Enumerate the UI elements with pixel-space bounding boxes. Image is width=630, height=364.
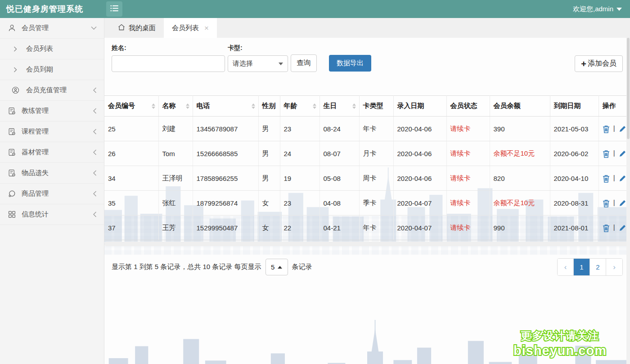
column-header-expire-date[interactable]: 到期日期 xyxy=(550,96,598,117)
search-button[interactable]: 查询 xyxy=(291,54,317,72)
table-row: 35 张红 18799256874 女 23 04-08 季卡 2020-04-… xyxy=(104,191,630,216)
globe-icon xyxy=(7,190,16,198)
column-header-name[interactable]: 名称 xyxy=(158,96,193,117)
add-member-button[interactable]: + 添加会员 xyxy=(575,55,623,72)
search-toolbar: 姓名: 卡型: 请选择 查询 数据导出 + 添加会员 xyxy=(104,38,630,72)
column-header-id[interactable]: 会员编号 xyxy=(104,96,158,117)
divider: | xyxy=(613,174,615,181)
scrollbar-thumb[interactable] xyxy=(627,38,630,139)
delete-icon[interactable] xyxy=(603,150,610,158)
cell-phone: 15299950487 xyxy=(193,216,258,240)
cell-phone: 18799256874 xyxy=(193,191,258,216)
card-type-select[interactable]: 请选择 xyxy=(228,55,288,72)
cell-balance: 余额不足10元 xyxy=(490,191,550,216)
sidebar-item-member-management[interactable]: 会员管理 xyxy=(0,18,104,39)
tab-my-desktop[interactable]: 我的桌面 xyxy=(110,18,164,38)
column-header-birthday[interactable]: 生日 xyxy=(320,96,359,117)
edit-icon[interactable] xyxy=(619,175,626,182)
page-button-2[interactable]: 2 xyxy=(590,259,606,275)
sidebar-item-member-expire[interactable]: 会员到期 xyxy=(0,59,104,80)
chevron-down-icon xyxy=(279,63,283,65)
sidebar-item-member-list[interactable]: 会员列表 xyxy=(0,39,104,59)
vertical-scrollbar[interactable] xyxy=(626,38,630,364)
cell-expire-date: 2020-04-10 xyxy=(550,166,598,191)
sidebar-item-label: 商品管理 xyxy=(22,189,49,198)
cell-expire-date: 2020-08-31 xyxy=(550,191,598,216)
cell-name: 张红 xyxy=(158,191,193,216)
sidebar-item-label: 教练管理 xyxy=(22,107,49,115)
tab-member-list[interactable]: 会员列表 × xyxy=(164,18,217,38)
tab-bar: 我的桌面 会员列表 × xyxy=(104,18,630,38)
watermark-line: bisheyun.com xyxy=(513,342,607,359)
sidebar-item-member-recharge[interactable]: 会员充值管理 xyxy=(0,80,104,101)
user-menu[interactable]: 欢迎您,admin xyxy=(573,5,630,13)
card-type-label: 卡型: xyxy=(228,44,288,52)
record-summary: 显示第 1 到第 5 条记录，总共 10 条记录 每页显示 5 条记录 xyxy=(112,259,312,275)
cell-age: 19 xyxy=(280,166,320,191)
cell-gender: 女 xyxy=(258,216,280,240)
column-header-actions[interactable]: 操作 xyxy=(598,96,630,117)
sidebar-item-label: 课程管理 xyxy=(22,127,49,136)
sidebar-item-label: 器材管理 xyxy=(22,148,49,157)
table-header-row: 会员编号 名称 电话 性别 年龄 生日 卡类型 录入日期 会员状态 会员余额 到 xyxy=(104,96,630,117)
table-row: 25 刘建 13456789087 男 23 08-24 年卡 2020-04-… xyxy=(104,117,630,141)
document-icon xyxy=(7,148,16,156)
close-icon[interactable]: × xyxy=(204,24,209,32)
edit-icon[interactable] xyxy=(619,125,626,133)
delete-icon[interactable] xyxy=(603,125,610,133)
app-title: 悦已健身房管理系统 xyxy=(0,4,104,14)
sidebar-item-coach-management[interactable]: 教练管理 xyxy=(0,101,104,121)
next-page-button[interactable]: › xyxy=(606,259,622,275)
sidebar-item-goods-management[interactable]: 商品管理 xyxy=(0,184,104,204)
chevron-left-icon xyxy=(93,211,97,217)
page-size-select[interactable]: 5 xyxy=(266,259,288,275)
cell-entry-date: 2020-04-07 xyxy=(393,191,446,216)
sidebar-item-statistics[interactable]: 信息统计 xyxy=(0,204,104,225)
cell-gender: 男 xyxy=(258,166,280,191)
app-window: 悦已健身房管理系统 欢迎您,admin 会员管理 xyxy=(0,0,630,364)
document-icon xyxy=(7,107,16,115)
edit-icon[interactable] xyxy=(619,199,626,207)
site-watermark: 更多设计请关注 bisheyun.com xyxy=(513,329,607,359)
edit-icon[interactable] xyxy=(619,150,626,157)
sidebar-item-label: 会员列表 xyxy=(26,45,53,53)
cell-card-type: 年卡 xyxy=(359,216,393,240)
prev-page-button[interactable]: ‹ xyxy=(558,259,574,275)
cell-expire-date: 2020-06-02 xyxy=(550,141,598,166)
select-value: 请选择 xyxy=(233,59,253,68)
delete-icon[interactable] xyxy=(603,224,610,232)
chevron-left-icon xyxy=(93,149,97,155)
user-icon xyxy=(7,24,16,32)
sidebar-item-course-management[interactable]: 课程管理 xyxy=(0,121,104,142)
cell-actions: | xyxy=(598,141,630,166)
sort-icon xyxy=(186,103,189,109)
chevron-left-icon xyxy=(93,129,97,135)
column-header-entry-date[interactable]: 录入日期 xyxy=(393,96,446,117)
sidebar-item-lost-items[interactable]: 物品遗失 xyxy=(0,163,104,184)
cell-name: 王泽明 xyxy=(158,166,193,191)
cell-entry-date: 2020-04-06 xyxy=(393,117,446,141)
cell-card-type: 周卡 xyxy=(359,166,393,191)
column-header-status[interactable]: 会员状态 xyxy=(446,96,490,117)
cell-gender: 男 xyxy=(258,141,280,166)
cell-phone: 15266668585 xyxy=(193,141,258,166)
cell-age: 24 xyxy=(280,141,320,166)
horizontal-scrollbar[interactable] xyxy=(104,242,630,246)
sort-icon xyxy=(313,103,316,109)
column-header-age[interactable]: 年龄 xyxy=(280,96,320,117)
edit-icon[interactable] xyxy=(619,224,626,232)
export-button[interactable]: 数据导出 xyxy=(329,55,371,72)
delete-icon[interactable] xyxy=(603,175,610,183)
name-input[interactable] xyxy=(112,55,225,72)
sidebar-item-equipment-management[interactable]: 器材管理 xyxy=(0,142,104,163)
sidebar-item-label: 信息统计 xyxy=(22,210,49,219)
delete-icon[interactable] xyxy=(603,199,610,207)
column-header-balance[interactable]: 会员余额 xyxy=(490,96,550,117)
name-label: 姓名: xyxy=(112,44,225,52)
page-button-1[interactable]: 1 xyxy=(574,259,590,275)
column-header-gender[interactable]: 性别 xyxy=(258,96,280,117)
column-header-phone[interactable]: 电话 xyxy=(193,96,258,117)
cell-entry-date: 2020-04-06 xyxy=(393,141,446,166)
column-header-card-type[interactable]: 卡类型 xyxy=(359,96,393,117)
sidebar-toggle-button[interactable] xyxy=(106,1,122,17)
